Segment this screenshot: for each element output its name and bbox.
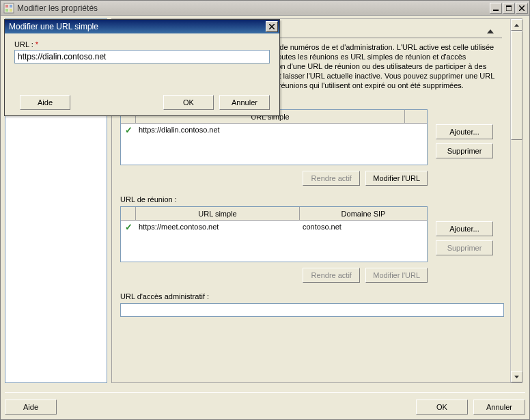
window-controls [489, 3, 528, 14]
dialog-titlebar: Modifier une URL simple [5, 20, 279, 33]
url-field-label: URL : [14, 40, 33, 48]
dialin-make-active-button: Rendre actif [303, 171, 360, 186]
meeting-grid: URL simple Domaine SIP ✓ https://meet.co… [120, 206, 428, 262]
meeting-header-sip: Domaine SIP [300, 207, 427, 220]
admin-url-input[interactable] [120, 303, 504, 317]
main-ok-button[interactable]: OK [416, 400, 468, 415]
dialin-row-url: https://dialin.contoso.net [136, 126, 427, 134]
scroll-thumb[interactable] [511, 31, 522, 140]
dialog-body: URL : * [5, 33, 279, 68]
url-field-label-row: URL : * [14, 40, 270, 48]
table-row[interactable]: ✓ https://meet.contoso.net contoso.net [121, 221, 427, 233]
minimize-button[interactable] [490, 3, 502, 14]
bottom-bar: Aide OK Annuler [5, 392, 525, 415]
svg-rect-3 [5, 9, 8, 12]
dialog-cancel-button[interactable]: Annuler [219, 95, 270, 110]
meeting-remove-button: Supprimer [436, 240, 493, 255]
scroll-up-button[interactable] [511, 19, 522, 31]
svg-rect-5 [493, 10, 499, 11]
main-cancel-button[interactable]: Annuler [473, 400, 525, 415]
meeting-add-button[interactable]: Ajouter... [436, 221, 493, 236]
svg-rect-4 [10, 9, 12, 12]
meeting-make-active-button: Rendre actif [303, 268, 360, 283]
close-button[interactable] [516, 3, 528, 14]
svg-rect-1 [5, 5, 8, 8]
scroll-down-button[interactable] [511, 371, 522, 382]
table-row[interactable]: ✓ https://dialin.contoso.net [121, 124, 427, 136]
svg-rect-7 [506, 5, 512, 7]
url-input[interactable] [14, 50, 270, 64]
meeting-section-label: URL de réunion : [120, 195, 502, 204]
meeting-grid-header: URL simple Domaine SIP [121, 207, 427, 221]
checkmark-icon: ✓ [121, 125, 136, 135]
maximize-button[interactable] [503, 3, 515, 14]
meeting-header-check [121, 207, 136, 220]
app-icon [3, 3, 14, 14]
admin-section-label: URL d'accès administratif : [120, 292, 502, 300]
meeting-row-url: https://meet.contoso.net [136, 223, 300, 231]
edit-url-dialog: Modifier une URL simple URL : * Aide OK … [4, 19, 280, 116]
dialin-add-button[interactable]: Ajouter... [436, 124, 493, 139]
dialin-grid: URL simple ✓ https://dialin.contoso.net [120, 109, 428, 165]
main-window-title: Modifier les propriétés [17, 3, 489, 13]
dialog-close-button[interactable] [266, 21, 278, 32]
required-asterisk: * [36, 40, 38, 48]
scrollbar[interactable] [510, 19, 522, 382]
dialog-button-row: Aide OK Annuler [14, 95, 270, 110]
dialin-remove-button[interactable]: Supprimer [436, 143, 493, 158]
dialin-grid-body[interactable]: ✓ https://dialin.contoso.net [121, 124, 427, 165]
meeting-header-url: URL simple [136, 207, 300, 220]
dialog-ok-button[interactable]: OK [163, 95, 214, 110]
meeting-grid-body[interactable]: ✓ https://meet.contoso.net contoso.net [121, 221, 427, 262]
collapse-icon[interactable] [487, 29, 494, 33]
dialog-help-button[interactable]: Aide [20, 95, 70, 110]
dialin-modify-url-button[interactable]: Modifier l'URL [365, 171, 428, 186]
svg-rect-2 [10, 5, 12, 8]
main-help-button[interactable]: Aide [5, 400, 57, 415]
checkmark-icon: ✓ [121, 222, 136, 232]
dialog-title: Modifier une URL simple [9, 22, 266, 31]
meeting-modify-url-button: Modifier l'URL [365, 268, 428, 283]
dialin-header-spacer [405, 110, 427, 123]
meeting-row-sip: contoso.net [300, 223, 427, 231]
main-titlebar: Modifier les propriétés [1, 1, 529, 16]
